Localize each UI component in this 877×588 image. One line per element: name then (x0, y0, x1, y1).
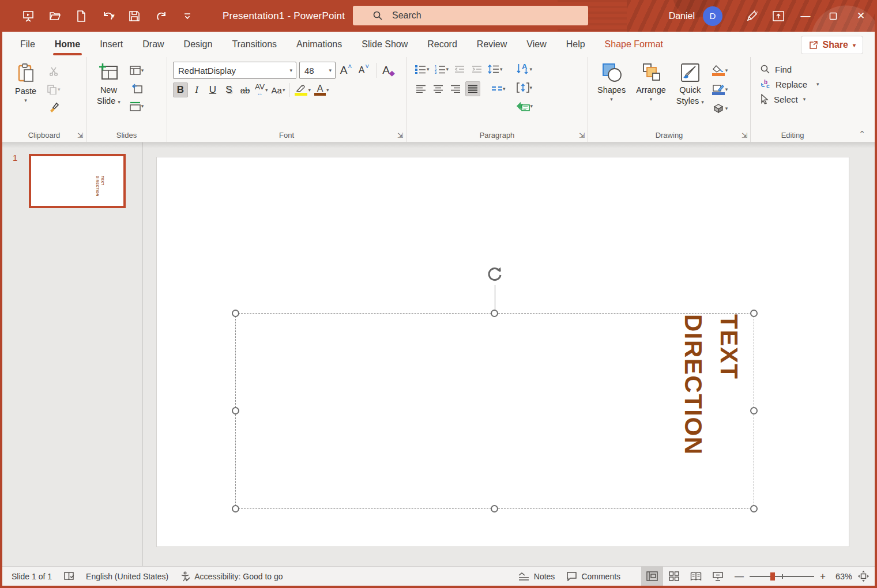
tab-record[interactable]: Record (417, 32, 467, 57)
open-file-icon[interactable] (44, 6, 66, 26)
columns-button[interactable]: ▾ (491, 81, 507, 96)
character-spacing-chevron-icon[interactable]: ▾ (265, 87, 268, 93)
font-dialog-launcher-icon[interactable]: ⇲ (397, 131, 403, 140)
ribbon-display-options-icon[interactable] (765, 0, 792, 32)
share-button[interactable]: Share ▾ (801, 36, 864, 54)
collapse-ribbon-icon[interactable]: ⌃ (859, 129, 865, 138)
shape-outline-button[interactable]: ▾ (711, 82, 729, 97)
bullets-button[interactable]: ▾ (413, 62, 431, 77)
customize-qat-icon[interactable] (176, 6, 198, 26)
comments-button[interactable]: Comments (560, 567, 626, 586)
reset-slide-button[interactable] (129, 81, 145, 96)
font-name-combo[interactable]: RedHatDisplay ▾ (173, 62, 296, 79)
resize-handle-bottom-left[interactable] (232, 505, 239, 512)
text-shadow-button[interactable]: S (221, 82, 236, 97)
maximize-button[interactable] (819, 0, 847, 32)
paste-button[interactable]: Paste ▾ (12, 62, 40, 104)
align-text-chevron-icon[interactable]: ▾ (530, 85, 533, 91)
align-left-button[interactable] (413, 81, 428, 96)
language-selector[interactable]: English (United States) (80, 567, 174, 586)
numbering-chevron-icon[interactable]: ▾ (446, 66, 449, 72)
align-center-button[interactable] (431, 81, 446, 96)
smartart-chevron-icon[interactable]: ▾ (530, 103, 533, 109)
slide-counter[interactable]: Slide 1 of 1 (2, 567, 58, 586)
bullets-chevron-icon[interactable]: ▾ (427, 66, 430, 72)
save-button[interactable] (123, 6, 145, 26)
replace-button[interactable]: bc Replace ▾ (760, 79, 834, 89)
resize-handle-top-right[interactable] (750, 310, 758, 317)
bold-button[interactable]: B (173, 82, 188, 97)
line-spacing-button[interactable]: ▾ (487, 62, 504, 77)
tab-design[interactable]: Design (174, 32, 223, 57)
textbox-selection[interactable] (235, 313, 754, 509)
tab-animations[interactable]: Animations (287, 32, 352, 57)
arrange-chevron-icon[interactable]: ▾ (650, 96, 653, 102)
decrease-font-size-button[interactable]: A˅ (356, 63, 371, 78)
tab-shape-format[interactable]: Shape Format (595, 32, 673, 57)
tab-insert[interactable]: Insert (90, 32, 133, 57)
strikethrough-button[interactable]: ab (238, 82, 253, 97)
underline-button[interactable]: U (205, 82, 220, 97)
drawing-dialog-launcher-icon[interactable]: ⇲ (742, 131, 747, 140)
change-case-button[interactable]: Aa ▾ (270, 82, 287, 97)
increase-font-size-button[interactable]: A˄ (338, 63, 353, 78)
search-input[interactable]: Search (353, 6, 588, 25)
change-case-chevron-icon[interactable]: ▾ (283, 87, 285, 93)
copy-button[interactable]: ▾ (46, 82, 62, 97)
text-direction-chevron-icon[interactable]: ▾ (530, 66, 533, 72)
shape-effects-button[interactable]: ▾ (711, 101, 729, 116)
notes-button[interactable]: Notes (513, 567, 561, 586)
shape-outline-chevron-icon[interactable]: ▾ (725, 86, 728, 92)
share-chevron-icon[interactable]: ▾ (853, 42, 856, 48)
undo-dropdown-chevron-icon[interactable]: ▾ (111, 12, 115, 20)
copy-chevron-icon[interactable]: ▾ (58, 86, 61, 92)
character-spacing-button[interactable]: AV ↔ ▾ (254, 82, 269, 97)
slideshow-view-button[interactable] (707, 567, 729, 586)
accessibility-status[interactable]: Accessibility: Good to go (174, 567, 288, 586)
shape-effects-chevron-icon[interactable]: ▾ (725, 105, 728, 111)
shapes-button[interactable]: Shapes ▾ (594, 62, 629, 103)
shape-fill-chevron-icon[interactable]: ▾ (725, 67, 728, 73)
resize-handle-bottom-right[interactable] (750, 505, 758, 512)
slide-layout-button[interactable]: ▾ (129, 63, 145, 78)
align-text-button[interactable]: ▾ (515, 80, 535, 95)
rotation-handle-icon[interactable] (485, 265, 504, 284)
increase-indent-button[interactable] (469, 62, 484, 77)
align-right-button[interactable] (448, 81, 463, 96)
tab-slide-show[interactable]: Slide Show (352, 32, 417, 57)
layout-chevron-icon[interactable]: ▾ (141, 67, 144, 73)
numbering-button[interactable]: 123 ▾ (433, 62, 450, 77)
resize-handle-middle-left[interactable] (232, 407, 239, 414)
zoom-slider-thumb[interactable] (770, 572, 775, 581)
find-button[interactable]: Find (760, 64, 834, 74)
cut-button[interactable] (46, 64, 62, 79)
resize-handle-top-center[interactable] (491, 310, 498, 317)
new-slide-chevron-icon[interactable]: ▾ (118, 99, 121, 105)
columns-chevron-icon[interactable]: ▾ (503, 86, 506, 92)
zoom-out-button[interactable]: — (735, 571, 744, 582)
new-slide-button[interactable]: New Slide ▾ (93, 62, 124, 109)
text-direction-button[interactable]: A ▾ (515, 62, 535, 77)
tab-draw[interactable]: Draw (133, 32, 174, 57)
proofing-button[interactable] (58, 567, 80, 586)
line-spacing-chevron-icon[interactable]: ▾ (500, 66, 503, 72)
format-painter-button[interactable] (46, 100, 62, 115)
convert-smartart-button[interactable]: ▾ (515, 99, 535, 114)
font-size-combo[interactable]: 48 ▾ (299, 62, 336, 79)
resize-handle-top-left[interactable] (232, 310, 239, 317)
clipboard-dialog-launcher-icon[interactable]: ⇲ (77, 131, 83, 140)
slide-sorter-view-button[interactable] (663, 567, 685, 586)
tab-transitions[interactable]: Transitions (222, 32, 287, 57)
font-color-chevron-icon[interactable]: ▾ (326, 87, 329, 93)
paragraph-dialog-launcher-icon[interactable]: ⇲ (579, 131, 585, 140)
decrease-indent-button[interactable] (452, 62, 467, 77)
font-color-button[interactable]: A ▾ (313, 82, 330, 97)
zoom-in-button[interactable]: + (820, 571, 826, 582)
new-file-icon[interactable] (70, 6, 92, 26)
select-chevron-icon[interactable]: ▾ (803, 96, 806, 102)
zoom-slider[interactable] (750, 572, 814, 581)
resize-handle-bottom-center[interactable] (491, 505, 498, 512)
arrange-button[interactable]: Arrange ▾ (633, 62, 669, 103)
highlight-chevron-icon[interactable]: ▾ (308, 87, 311, 93)
tab-view[interactable]: View (517, 32, 556, 57)
